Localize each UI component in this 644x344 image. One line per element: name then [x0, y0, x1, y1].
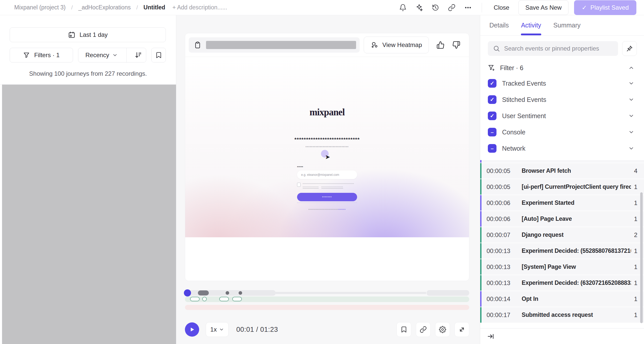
url-box [189, 37, 360, 53]
filter-checkbox[interactable]: – [488, 144, 496, 153]
event-name: Opt In [522, 295, 631, 302]
collapse-filters-button[interactable] [628, 65, 634, 71]
recordings-list-redacted[interactable] [2, 85, 176, 344]
error-track[interactable] [185, 305, 469, 310]
replay-subheading-redacted: ****************************** [266, 146, 388, 149]
tab-details[interactable]: Details [489, 15, 509, 35]
tab-label: Details [489, 22, 509, 29]
history-button[interactable] [427, 4, 444, 11]
event-row[interactable]: 00:00:17 Submitted access request 1 [480, 307, 644, 323]
event-name: [System] Page View [522, 263, 631, 270]
event-row[interactable]: 00:00:14 Opt In 1 [480, 291, 644, 307]
expand-icon [458, 326, 465, 333]
calendar-icon [68, 31, 76, 39]
event-name: [ui-perf] CurrentProjectClient query fir… [522, 183, 631, 190]
ai-assistant-button[interactable] [411, 4, 427, 11]
chevron-down-icon[interactable] [628, 80, 634, 86]
page-title[interactable]: Untitled [143, 4, 165, 11]
network-track[interactable] [185, 296, 469, 302]
date-range-button[interactable]: Last 1 day [10, 27, 166, 42]
view-heatmap-label: View Heatmap [382, 41, 422, 49]
event-row[interactable]: 00:00:06 [Auto] Page Leave 1 [480, 211, 644, 227]
pin-icon [626, 45, 633, 52]
more-options-button[interactable] [460, 4, 476, 11]
session-cursor: ➤ [321, 150, 332, 161]
sentiment-controls [433, 41, 465, 49]
filter-checkbox[interactable]: ✓ [488, 79, 496, 88]
email-field-label-redacted: ***** [297, 166, 357, 169]
clipboard-icon[interactable] [194, 41, 201, 49]
tab-summary[interactable]: Summary [553, 15, 581, 35]
add-description-button[interactable]: + Add description...... [172, 4, 227, 11]
breadcrumb-separator [136, 4, 138, 11]
sort-by-button[interactable]: Recency [79, 52, 122, 59]
event-name: Experiment Started [522, 199, 631, 206]
event-time: 00:00:13 [487, 247, 518, 255]
event-row[interactable]: 00:00:06 Experiment Started 1 [480, 195, 644, 211]
event-name: Django request [522, 231, 631, 238]
copy-link-button[interactable] [444, 4, 460, 11]
chevron-down-icon[interactable] [628, 97, 634, 103]
tab-activity[interactable]: Activity [521, 15, 541, 35]
event-time: 00:00:17 [487, 311, 518, 319]
network-marker [190, 297, 200, 301]
event-filter-row: ✓ Tracked Events [488, 75, 634, 91]
event-list-scrollbar[interactable] [640, 192, 643, 323]
bookmark-icon [155, 52, 162, 59]
chevron-down-icon[interactable] [628, 129, 634, 135]
filter-label: Stitched Events [502, 96, 546, 103]
event-row[interactable]: 00:00:05 [ui-perf] CurrentProjectClient … [480, 179, 644, 195]
event-row-partial[interactable] [480, 160, 644, 163]
event-row[interactable]: 00:00:13 Experiment Decided: (5528580768… [480, 243, 644, 259]
view-heatmap-button[interactable]: View Heatmap [364, 37, 429, 53]
saved-views-button[interactable] [151, 48, 166, 62]
filter-checkbox[interactable]: ✓ [488, 112, 496, 120]
timeline-event-dot [226, 291, 229, 295]
playlist-saved-button[interactable]: ✓ Playlist Saved [574, 0, 636, 15]
playback-speed-button[interactable]: 1x [206, 322, 229, 337]
bell-icon [399, 4, 407, 11]
event-filter-row: – Console [488, 124, 634, 140]
playhead-handle[interactable] [184, 289, 191, 296]
search-input[interactable]: Search events or pinned properties [488, 41, 618, 56]
thumbs-down-icon[interactable] [452, 41, 460, 49]
close-button[interactable]: Close [488, 4, 515, 11]
event-time: 00:00:14 [487, 295, 518, 303]
share-link-button[interactable] [416, 322, 431, 337]
save-as-new-button[interactable]: Save As New [518, 0, 568, 15]
breadcrumb-project[interactable]: Mixpanel (project 3) [14, 4, 66, 11]
event-row[interactable]: 00:00:05 Browser API fetch 4 [480, 163, 644, 179]
collapse-panel-button[interactable] [487, 333, 494, 340]
player-settings-button[interactable] [435, 322, 450, 337]
timeline-activity-marker [198, 290, 209, 295]
chevron-down-icon[interactable] [628, 113, 634, 119]
pinned-properties-button[interactable] [622, 41, 637, 56]
replay-viewport[interactable]: mixpanel **************************** **… [185, 57, 469, 237]
playlist-saved-label: Playlist Saved [590, 4, 629, 11]
filter-checkbox[interactable]: – [488, 128, 496, 136]
thumbs-up-icon[interactable] [436, 41, 445, 49]
event-name: Experiment Decided: (6320721652088832) [522, 279, 631, 286]
event-row[interactable]: 00:00:13 [System] Page View 1 [480, 259, 644, 275]
play-button[interactable] [185, 322, 199, 337]
sort-direction-button[interactable] [131, 51, 145, 59]
filter-checkbox[interactable]: ✓ [488, 95, 496, 104]
replay-footer-redacted: ****************************** [266, 209, 388, 211]
search-icon [493, 45, 500, 52]
breadcrumb-board[interactable]: _adHocExplorations [78, 4, 131, 11]
top-actions: Close Save As New ✓ Playlist Saved [395, 0, 636, 15]
filters-button[interactable]: Filters · 1 [10, 48, 73, 62]
search-placeholder: Search events or pinned properties [504, 45, 599, 52]
event-filter-header: Filter · 6 [480, 59, 644, 73]
playback-controls: 1x 00:01 / 01:23 [185, 322, 469, 337]
event-row[interactable]: 00:00:07 Django request 2 [480, 227, 644, 243]
activity-track[interactable] [185, 290, 469, 296]
bookmark-moment-button[interactable] [397, 322, 411, 337]
fullscreen-button[interactable] [455, 322, 469, 337]
ellipsis-icon [464, 4, 472, 11]
event-row[interactable]: 00:00:13 Experiment Decided: (6320721652… [480, 275, 644, 291]
check-icon: ✓ [582, 4, 587, 11]
panel-tabs: Details Activity Summary [480, 15, 644, 36]
chevron-down-icon[interactable] [628, 145, 634, 151]
notifications-button[interactable] [395, 4, 411, 11]
